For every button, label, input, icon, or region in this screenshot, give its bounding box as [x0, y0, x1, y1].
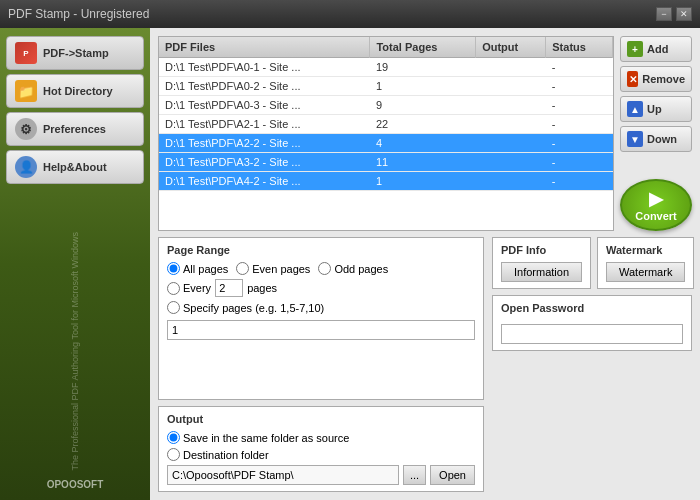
add-button[interactable]: + Add [620, 36, 692, 62]
table-row[interactable]: D:\1 Test\PDF\A2-2 - Site ... 4 - [159, 134, 613, 153]
preferences-icon: ⚙ [15, 118, 37, 140]
output-path-row: ... Open [167, 465, 475, 485]
every-row: Every pages [167, 279, 475, 297]
help-icon: 👤 [15, 156, 37, 178]
file-table: PDF Files Total Pages Output Status D:\1… [159, 37, 613, 191]
every-radio[interactable]: Every [167, 282, 211, 295]
page-range-title: Page Range [167, 244, 475, 256]
table-row[interactable]: D:\1 Test\PDF\A0-2 - Site ... 1 - [159, 77, 613, 96]
browse-button[interactable]: ... [403, 465, 426, 485]
sidebar-item-pdf-stamp[interactable]: P PDF->Stamp [6, 36, 144, 70]
watermark-section: Watermark Watermark [597, 237, 694, 289]
app-title: PDF Stamp - Unregistered [8, 7, 149, 21]
output-title: Output [167, 413, 475, 425]
table-row[interactable]: D:\1 Test\PDF\A2-1 - Site ... 22 - [159, 115, 613, 134]
watermark-text: The Professional PDF Authoring Tool for … [70, 232, 81, 470]
up-icon: ▲ [627, 101, 643, 117]
info-watermark-row: PDF Info Information Watermark Watermark [492, 237, 692, 289]
table-header-row: PDF Files Total Pages Output Status [159, 37, 613, 58]
odd-pages-radio[interactable]: Odd pages [318, 262, 388, 275]
main-layout: P PDF->Stamp 📁 Hot Directory ⚙ Preferenc… [0, 28, 700, 500]
pdf-stamp-icon: P [15, 42, 37, 64]
even-pages-radio[interactable]: Even pages [236, 262, 310, 275]
pdf-info-section: PDF Info Information [492, 237, 591, 289]
col-status: Status [546, 37, 613, 58]
remove-icon: ✕ [627, 71, 638, 87]
col-output: Output [476, 37, 546, 58]
minimize-button[interactable]: − [656, 7, 672, 21]
hot-directory-icon: 📁 [15, 80, 37, 102]
sidebar: P PDF->Stamp 📁 Hot Directory ⚙ Preferenc… [0, 28, 150, 500]
table-row[interactable]: D:\1 Test\PDF\A0-3 - Site ... 9 - [159, 96, 613, 115]
convert-label: Convert [635, 210, 677, 222]
pdf-info-title: PDF Info [501, 244, 582, 256]
output-section: Output Save in the same folder as source… [158, 406, 484, 492]
watermark-title: Watermark [606, 244, 685, 256]
up-button[interactable]: ▲ Up [620, 96, 692, 122]
specify-value-input[interactable] [167, 320, 475, 340]
table-row[interactable]: D:\1 Test\PDF\A4-2 - Site ... 1 - [159, 172, 613, 191]
output-path-input[interactable] [167, 465, 399, 485]
bottom-row: Page Range All pages Even pages Odd p [158, 237, 692, 492]
sidebar-watermark: The Professional PDF Authoring Tool for … [0, 232, 150, 470]
table-row[interactable]: D:\1 Test\PDF\A3-2 - Site ... 11 - [159, 153, 613, 172]
sidebar-item-preferences[interactable]: ⚙ Preferences [6, 112, 144, 146]
open-button[interactable]: Open [430, 465, 475, 485]
file-table-container[interactable]: PDF Files Total Pages Output Status D:\1… [158, 36, 614, 231]
sidebar-item-help-about[interactable]: 👤 Help&About [6, 150, 144, 184]
dest-folder-radio[interactable]: Destination folder [167, 448, 475, 461]
convert-button[interactable]: ▶ Convert [620, 179, 692, 231]
file-section: PDF Files Total Pages Output Status D:\1… [158, 36, 692, 231]
window-controls: − ✕ [656, 7, 692, 21]
specify-radio[interactable]: Specify pages (e.g. 1,5-7,10) [167, 301, 324, 314]
add-icon: + [627, 41, 643, 57]
same-folder-radio[interactable]: Save in the same folder as source [167, 431, 475, 444]
information-button[interactable]: Information [501, 262, 582, 282]
col-pdf-files: PDF Files [159, 37, 370, 58]
down-button[interactable]: ▼ Down [620, 126, 692, 152]
content-area: PDF Files Total Pages Output Status D:\1… [150, 28, 700, 500]
title-bar: PDF Stamp - Unregistered − ✕ [0, 0, 700, 28]
right-info: PDF Info Information Watermark Watermark… [492, 237, 692, 492]
sidebar-label-preferences: Preferences [43, 123, 106, 135]
radio-row-1: All pages Even pages Odd pages [167, 262, 475, 275]
sidebar-label-hot-directory: Hot Directory [43, 85, 113, 97]
down-icon: ▼ [627, 131, 643, 147]
open-password-title: Open Password [501, 302, 683, 314]
table-row[interactable]: D:\1 Test\PDF\A0-1 - Site ... 19 - [159, 58, 613, 77]
every-value-input[interactable] [215, 279, 243, 297]
watermark-button[interactable]: Watermark [606, 262, 685, 282]
sidebar-item-hot-directory[interactable]: 📁 Hot Directory [6, 74, 144, 108]
password-input[interactable] [501, 324, 683, 344]
remove-button[interactable]: ✕ Remove [620, 66, 692, 92]
sidebar-label-pdf-stamp: PDF->Stamp [43, 47, 109, 59]
action-buttons: + Add ✕ Remove ▲ Up ▼ Down ▶ [620, 36, 692, 231]
brand-text: OPOOSOFT [0, 479, 150, 490]
sidebar-label-help-about: Help&About [43, 161, 107, 173]
page-range-section: Page Range All pages Even pages Odd p [158, 237, 484, 400]
open-password-section: Open Password [492, 295, 692, 351]
left-bottom: Page Range All pages Even pages Odd p [158, 237, 484, 492]
specify-row: Specify pages (e.g. 1,5-7,10) [167, 301, 475, 314]
all-pages-radio[interactable]: All pages [167, 262, 228, 275]
close-button[interactable]: ✕ [676, 7, 692, 21]
col-total-pages: Total Pages [370, 37, 476, 58]
